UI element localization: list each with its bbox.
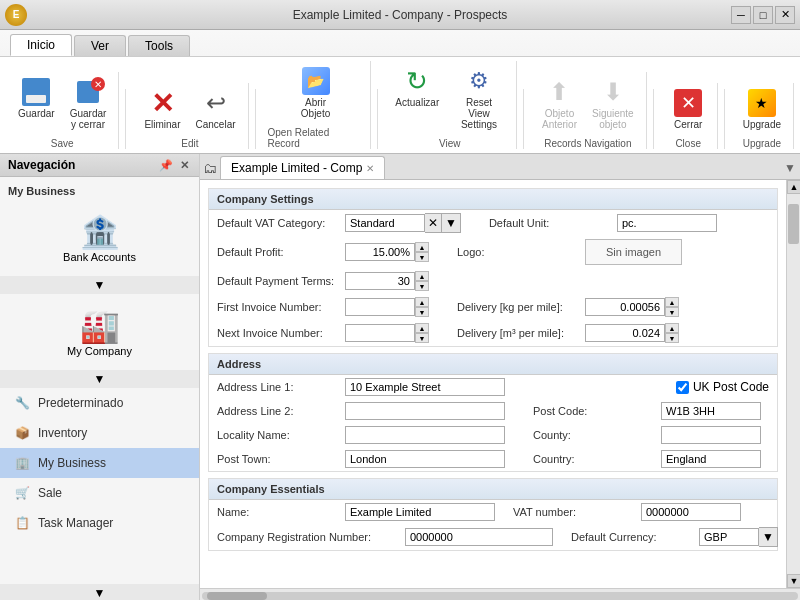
upgrade-button[interactable]: ★ Upgrade — [737, 83, 787, 134]
vat-dropdown-btn[interactable]: ▼ — [442, 213, 461, 233]
uk-postcode-checkbox[interactable] — [676, 381, 689, 394]
vertical-scrollbar[interactable]: ▲ ▼ — [786, 180, 800, 588]
posttown-input[interactable] — [345, 450, 505, 468]
tab-inicio[interactable]: Inicio — [10, 34, 72, 56]
upgrade-group-label: Upgrade — [743, 138, 781, 149]
tab-ver[interactable]: Ver — [74, 35, 126, 56]
sidebar-item-predeterminado[interactable]: 🔧 Predeterminado — [0, 388, 199, 418]
address-title: Address — [209, 354, 777, 375]
profit-row: Default Profit: ▲ ▼ Logo: Sin imagen — [209, 236, 777, 268]
address2-input[interactable] — [345, 402, 505, 420]
next-inv-up[interactable]: ▲ — [415, 323, 429, 333]
vat-category-row: Default VAT Category: ✕ ▼ Default Unit: — [209, 210, 777, 236]
content-tab-main[interactable]: Example Limited - Comp ✕ — [220, 156, 385, 179]
company-settings-section: Company Settings Default VAT Category: ✕… — [208, 188, 778, 347]
first-inv-down[interactable]: ▼ — [415, 307, 429, 317]
cerrar-button[interactable]: ✕ Cerrar — [666, 83, 711, 134]
ribbon: Inicio Ver Tools Guardar ✕ — [0, 30, 800, 154]
currency-dropdown-btn[interactable]: ▼ — [759, 527, 778, 547]
form-content: Company Settings Default VAT Category: ✕… — [200, 180, 786, 588]
locality-input[interactable] — [345, 426, 505, 444]
next-invoice-input[interactable] — [345, 324, 415, 342]
delivery-m3-down[interactable]: ▼ — [665, 333, 679, 343]
h-scroll-thumb[interactable] — [207, 592, 267, 600]
uk-postcode-label: UK Post Code — [676, 380, 769, 394]
logo-button[interactable]: Sin imagen — [585, 239, 682, 265]
delivery-m3-up[interactable]: ▲ — [665, 323, 679, 333]
payment-down[interactable]: ▼ — [415, 281, 429, 291]
horizontal-scrollbar[interactable] — [200, 588, 800, 600]
delivery-kg-up[interactable]: ▲ — [665, 297, 679, 307]
sidebar-item-sale[interactable]: 🛒 Sale — [0, 478, 199, 508]
content-tab-close[interactable]: ✕ — [366, 163, 374, 174]
tab-arrow[interactable]: ▼ — [784, 161, 796, 175]
company-reg-input[interactable] — [405, 528, 553, 546]
name-input[interactable] — [345, 503, 495, 521]
sidebar-scroll-down2[interactable]: ▼ — [0, 370, 199, 388]
refresh-icon: ↻ — [401, 65, 433, 97]
sidebar-item-my-company[interactable]: 🏭 My Company — [0, 302, 199, 362]
sidebar-close[interactable]: ✕ — [178, 159, 191, 172]
tab-list-icon[interactable]: 🗂 — [200, 160, 220, 176]
profit-input[interactable] — [345, 243, 415, 261]
vat-number-input[interactable] — [641, 503, 741, 521]
bank-accounts-label: Bank Accounts — [5, 251, 194, 263]
postcode-input[interactable] — [661, 402, 761, 420]
next-inv-down[interactable]: ▼ — [415, 333, 429, 343]
sidebar-item-inventory[interactable]: 📦 Inventory — [0, 418, 199, 448]
delivery-m3-input[interactable] — [585, 324, 665, 342]
guardar-button[interactable]: Guardar — [12, 72, 61, 134]
cerrar-label: Cerrar — [674, 119, 702, 130]
first-invoice-input[interactable] — [345, 298, 415, 316]
sidebar-pin[interactable]: 📌 — [157, 159, 175, 172]
tab-tools[interactable]: Tools — [128, 35, 190, 56]
default-unit-input[interactable] — [617, 214, 717, 232]
abrir-objeto-button[interactable]: 📂 AbrirObjeto — [293, 61, 338, 123]
sidebar-item-my-business[interactable]: 🏢 My Business — [0, 448, 199, 478]
cancelar-label: Cancelar — [196, 119, 236, 130]
logo-label: Logo: — [457, 246, 577, 258]
address1-row: Address Line 1: UK Post Code — [209, 375, 777, 399]
eliminar-button[interactable]: ✕ Eliminar — [138, 83, 186, 134]
first-inv-up[interactable]: ▲ — [415, 297, 429, 307]
ribbon-group-close: ✕ Cerrar Close — [660, 83, 718, 149]
address1-input[interactable] — [345, 378, 505, 396]
window-close-button[interactable]: ✕ — [775, 6, 795, 24]
objeto-anterior-button[interactable]: ⬆ ObjetoAnterior — [536, 72, 583, 134]
sidebar-item-bank-accounts[interactable]: 🏦 Bank Accounts — [0, 208, 199, 268]
delivery-kg-down[interactable]: ▼ — [665, 307, 679, 317]
my-company-label: My Company — [5, 345, 194, 357]
scroll-up-btn[interactable]: ▲ — [787, 180, 800, 194]
guardar-cerrar-button[interactable]: ✕ Guardary cerrar — [64, 72, 113, 134]
county-input[interactable] — [661, 426, 761, 444]
actualizar-button[interactable]: ↻ Actualizar — [390, 61, 445, 134]
sale-label: Sale — [38, 486, 62, 500]
siguiente-objeto-button[interactable]: ⬇ Siguienteobjeto — [586, 72, 640, 134]
minimize-button[interactable]: ─ — [731, 6, 751, 24]
sidebar-scroll-bottom[interactable]: ▼ — [0, 584, 199, 600]
cancelar-button[interactable]: ↩ Cancelar — [190, 83, 242, 134]
records-nav-label: Records Navigation — [544, 138, 631, 149]
country-input[interactable] — [661, 450, 761, 468]
county-label: County: — [533, 429, 653, 441]
sidebar-scroll-down[interactable]: ▼ — [0, 276, 199, 294]
scroll-down-btn[interactable]: ▼ — [787, 574, 800, 588]
reset-view-button[interactable]: ⚙ Reset ViewSettings — [448, 61, 510, 134]
vat-clear-btn[interactable]: ✕ — [425, 213, 442, 233]
upgrade-icon: ★ — [746, 87, 778, 119]
sidebar-item-task-manager[interactable]: 📋 Task Manager — [0, 508, 199, 538]
payment-terms-input[interactable] — [345, 272, 415, 290]
maximize-button[interactable]: □ — [753, 6, 773, 24]
vat-category-input[interactable] — [345, 214, 425, 232]
window-title: Example Limited - Company - Prospects — [293, 8, 508, 22]
country-label: Country: — [533, 453, 653, 465]
profit-down[interactable]: ▼ — [415, 252, 429, 262]
locality-row: Locality Name: County: — [209, 423, 777, 447]
sidebar-content: My Business 🏦 Bank Accounts ▼ 🏭 My Compa… — [0, 177, 199, 584]
ribbon-group-upgrade: ★ Upgrade Upgrade — [731, 83, 794, 149]
payment-up[interactable]: ▲ — [415, 271, 429, 281]
delivery-kg-input[interactable] — [585, 298, 665, 316]
scroll-thumb[interactable] — [788, 204, 799, 244]
default-currency-input[interactable] — [699, 528, 759, 546]
profit-up[interactable]: ▲ — [415, 242, 429, 252]
